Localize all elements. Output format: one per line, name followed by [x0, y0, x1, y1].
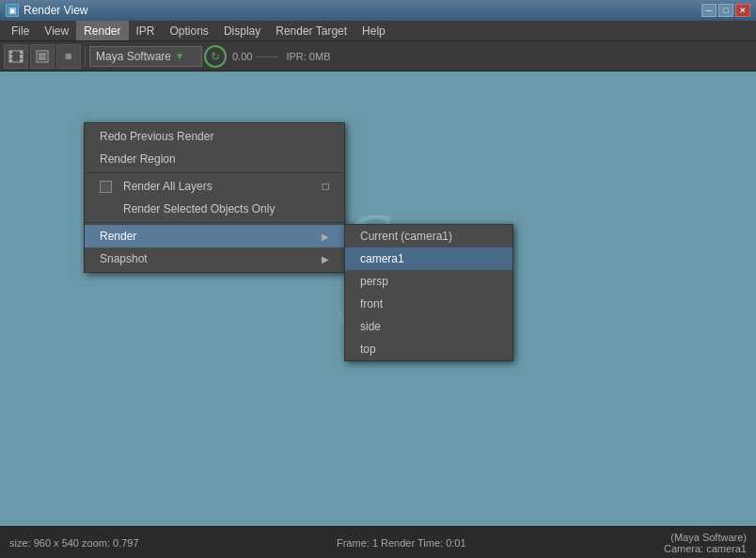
- status-bar: size: 960 x 540 zoom: 0.797 Frame: 1 Ren…: [0, 526, 756, 558]
- menu-help[interactable]: Help: [354, 21, 393, 40]
- svg-rect-4: [20, 59, 23, 62]
- main-area: Gx system.com Redo Previous Render Rende…: [0, 72, 756, 526]
- render-menu-group-1: Redo Previous Render Render Region: [85, 123, 344, 173]
- window-controls: ─ □ ✕: [701, 4, 750, 17]
- toolbar-separator-1: [85, 47, 86, 66]
- toolbar-render-icon[interactable]: [30, 44, 55, 69]
- refresh-render-button[interactable]: ↻: [204, 45, 227, 68]
- render-menu-group-3: Render ▶ Current (camera1) camera1 persp…: [85, 223, 344, 272]
- svg-rect-2: [20, 51, 23, 54]
- submenu-side[interactable]: side: [345, 315, 512, 338]
- menu-view[interactable]: View: [37, 21, 76, 40]
- render-submenu-arrow-icon: ▶: [322, 231, 329, 242]
- app-icon: ▣: [6, 4, 19, 17]
- menu-render-item[interactable]: Render ▶ Current (camera1) camera1 persp…: [85, 225, 344, 247]
- menu-render-all-layers[interactable]: Render All Layers □: [85, 175, 344, 198]
- svg-rect-3: [9, 59, 12, 62]
- svg-rect-5: [9, 55, 12, 58]
- minimize-button[interactable]: ─: [701, 4, 717, 17]
- renderer-dropdown[interactable]: Maya Software ▼: [89, 46, 202, 67]
- render-dropdown-menu: Redo Previous Render Render Region Rende…: [84, 122, 345, 273]
- menu-redo-previous-render[interactable]: Redo Previous Render: [85, 125, 344, 148]
- menu-render[interactable]: Render: [76, 21, 128, 40]
- toolbar-grid-icon[interactable]: ▦: [56, 44, 81, 69]
- submenu-camera1[interactable]: camera1: [345, 247, 512, 270]
- maximize-button[interactable]: □: [718, 4, 733, 17]
- ipr-value: 0.00: [232, 51, 252, 62]
- svg-rect-6: [20, 55, 23, 58]
- status-size-zoom: size: 960 x 540 zoom: 0.797: [9, 537, 139, 549]
- close-button[interactable]: ✕: [735, 4, 750, 17]
- menu-file[interactable]: File: [4, 21, 37, 40]
- menu-ipr[interactable]: IPR: [129, 21, 163, 40]
- submenu-current-camera[interactable]: Current (camera1): [345, 225, 512, 247]
- render-submenu: Current (camera1) camera1 persp front si…: [344, 224, 513, 361]
- submenu-front[interactable]: front: [345, 293, 512, 315]
- renderer-label: Maya Software: [96, 50, 171, 63]
- submenu-persp[interactable]: persp: [345, 270, 512, 293]
- render-all-layers-checkbox[interactable]: [100, 181, 112, 193]
- submenu-top[interactable]: top: [345, 338, 512, 360]
- ipr-separator: ——: [256, 50, 278, 63]
- menu-render-target[interactable]: Render Target: [268, 21, 354, 40]
- render-all-layers-check-indicator: □: [323, 180, 329, 193]
- menu-render-selected-objects[interactable]: Render Selected Objects Only: [85, 198, 344, 220]
- status-frame-render: Frame: 1 Render Time: 0:01: [337, 537, 466, 549]
- menu-snapshot-item[interactable]: Snapshot ▶: [85, 247, 344, 270]
- app-container: ▣ Render View ─ □ ✕ File View Render IPR…: [0, 0, 756, 558]
- svg-rect-1: [9, 51, 12, 54]
- menu-display[interactable]: Display: [216, 21, 268, 40]
- renderer-arrow-icon: ▼: [175, 51, 184, 61]
- menu-bar: File View Render IPR Options Display Ren…: [0, 21, 756, 41]
- render-menu-group-2: Render All Layers □ Render Selected Obje…: [85, 173, 344, 223]
- status-renderer-camera: (Maya Software) Camera: camera1: [664, 532, 747, 554]
- title-bar: ▣ Render View ─ □ ✕: [0, 0, 756, 21]
- menu-options[interactable]: Options: [163, 21, 216, 40]
- toolbar: ▦ Maya Software ▼ ↻ 0.00 —— IPR: 0MB: [0, 41, 756, 72]
- toolbar-film-icon[interactable]: [4, 44, 28, 69]
- window-title: Render View: [24, 4, 87, 17]
- snapshot-submenu-arrow-icon: ▶: [322, 254, 329, 264]
- menu-render-region[interactable]: Render Region: [85, 148, 344, 170]
- ipr-text: IPR: 0MB: [286, 51, 330, 62]
